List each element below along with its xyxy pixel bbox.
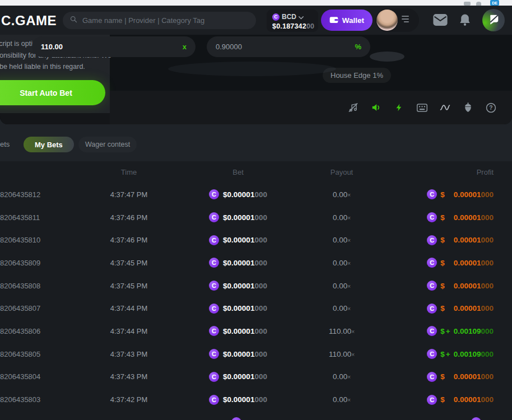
table-row[interactable]: 8206435808 4:37:45 PM C $0.00001000 0.00… (0, 274, 512, 297)
multiplier-x-icon: × (347, 192, 351, 198)
table-row[interactable]: 8206435810 4:37:46 PM C $0.00001000 0.00… (0, 228, 512, 251)
payout-multiplier-field[interactable]: 110.00 x (32, 36, 196, 57)
tab-my-bets[interactable]: My Bets (24, 137, 74, 152)
multiplier-x-icon: × (347, 283, 351, 290)
bet-cell: C $0.00001000 (185, 281, 291, 291)
profit-currency: $ (440, 327, 445, 335)
translator-extension-badge[interactable]: DE (490, 0, 499, 6)
browser-profile-icon[interactable] (476, 2, 481, 6)
payout-multiplier-value[interactable]: 110.00 (41, 43, 63, 51)
turbo-bet-icon[interactable] (394, 101, 404, 114)
notifications-bell-icon[interactable] (459, 13, 471, 29)
start-auto-bet-button[interactable]: Start Auto Bet (0, 80, 105, 105)
win-chance-field[interactable]: 0.90000 % (207, 36, 370, 57)
wallet-button[interactable]: Wallet (321, 10, 373, 31)
col-header-time: Time (73, 168, 185, 176)
hotkeys-keyboard-icon[interactable] (417, 101, 427, 114)
bcd-coin-icon: C (427, 372, 437, 382)
profit-amount: 0.00001 (454, 304, 481, 312)
bcd-coin-icon: C (209, 372, 219, 382)
table-row[interactable]: 8206435809 4:37:45 PM C $0.00001000 0.00… (0, 251, 512, 274)
bcd-coin-icon: C (427, 349, 437, 359)
profit-currency: $ (440, 395, 445, 404)
bet-time: 4:37:45 PM (73, 259, 185, 267)
avatar[interactable] (376, 10, 398, 31)
table-row[interactable]: 8206435811 4:37:46 PM C $0.00001000 0.00… (0, 206, 512, 229)
bet-id: 8206435807 (0, 304, 73, 312)
profit-currency: $ (440, 213, 445, 222)
bet-id: 8206435810 (0, 236, 73, 244)
wallet-icon (329, 16, 338, 25)
bcd-coin-icon: C (427, 258, 437, 268)
bet-amount: $0.00001 (223, 236, 254, 244)
game-toolbar: ? (110, 91, 512, 124)
bet-time: 4:37:44 PM (73, 304, 185, 312)
user-menu[interactable] (375, 8, 419, 32)
bet-amount-dim: 000 (254, 259, 267, 267)
col-header-payout: Payout (291, 168, 392, 176)
chevron-down-icon (299, 12, 304, 22)
payout-multiplier: 0.00 (333, 190, 347, 199)
site-logo[interactable]: C.GAME (1, 13, 57, 29)
profit-amount: 0.00001 (454, 372, 481, 381)
messages-icon[interactable] (433, 14, 448, 28)
tab-all-bets-partial[interactable]: ets (0, 140, 10, 148)
bet-cell: C $0.00001000 (185, 372, 291, 382)
table-row[interactable]: 8206435803 4:37:42 PM C $0.00001000 0.00… (0, 388, 512, 411)
percent-suffix-icon: % (355, 43, 361, 51)
svg-text:?: ? (489, 105, 492, 111)
profit-amount-dim: 000 (481, 236, 494, 244)
chat-bubble-icon (488, 13, 500, 27)
profit-cell: C $0.00001000 (392, 235, 512, 245)
bet-amount: $0.00001 (223, 372, 254, 381)
table-row[interactable]: C C (0, 411, 512, 420)
bet-cell: C $0.00001000 (185, 326, 291, 336)
tab-wager-contest[interactable]: Wager contest (78, 137, 137, 152)
currency-selector[interactable]: C BCD $0.18734200 (267, 10, 318, 32)
bet-cell: C $0.00001000 (185, 304, 291, 314)
win-chance-value[interactable]: 0.90000 (216, 43, 242, 51)
search-input[interactable] (82, 16, 249, 25)
bet-amount-dim: 000 (254, 372, 267, 381)
multiplier-x-icon: × (347, 306, 351, 312)
support-chat-button[interactable] (482, 9, 505, 31)
bet-amount-dim: 000 (254, 350, 267, 358)
bet-amount-dim: 000 (254, 327, 267, 335)
profit-cell: C $0.00001000 (392, 372, 512, 382)
browser-extension-icon[interactable] (464, 2, 471, 6)
bet-amount: $0.00001 (223, 395, 254, 404)
table-row[interactable]: 8206435807 4:37:44 PM C $0.00001000 0.00… (0, 297, 512, 320)
help-icon[interactable]: ? (486, 101, 496, 114)
payout-multiplier: 110.00 (329, 327, 351, 335)
bet-cell: C $0.00001000 (185, 349, 291, 359)
multiplier-x-icon: × (347, 397, 351, 403)
bet-id: 8206435812 (0, 190, 73, 199)
table-row[interactable]: 8206435812 4:37:47 PM C $0.00001000 0.00… (0, 183, 512, 206)
profit-amount: 0.00109 (454, 350, 481, 358)
profit-amount: 0.00109 (454, 327, 481, 335)
bcd-coin-icon: C (427, 235, 437, 245)
bet-amount-dim: 000 (254, 236, 267, 244)
music-off-icon[interactable] (348, 101, 359, 114)
payout-cell: 0.00× (291, 304, 392, 312)
table-row[interactable]: 8206435806 4:37:44 PM C $0.00001000 110.… (0, 320, 512, 343)
bet-id: 8206435805 (0, 350, 73, 358)
table-header-row: Time Bet Payout Profit (0, 161, 512, 183)
payout-cell: 0.00× (291, 213, 392, 222)
sound-on-icon[interactable] (371, 101, 381, 114)
payout-multiplier: 0.00 (333, 236, 347, 244)
table-row[interactable]: 8206435805 4:37:43 PM C $0.00001000 110.… (0, 343, 512, 366)
table-row[interactable]: 8206435804 4:37:43 PM C $0.00001000 0.00… (0, 366, 512, 389)
profit-cell: C $0.00001000 (392, 258, 512, 268)
bet-time: 4:37:46 PM (73, 213, 185, 222)
bcd-coin-icon: C (209, 326, 219, 336)
bet-amount-dim: 000 (254, 395, 267, 404)
payout-cell: 0.00× (291, 236, 392, 244)
search-bar[interactable] (63, 12, 256, 29)
live-stats-icon[interactable] (440, 101, 450, 114)
profit-amount-dim: 000 (481, 327, 494, 335)
game-terrain-art (370, 52, 404, 62)
bet-time: 4:37:43 PM (73, 372, 185, 381)
fairness-seed-icon[interactable] (463, 101, 473, 114)
profit-currency: $ (440, 236, 445, 244)
